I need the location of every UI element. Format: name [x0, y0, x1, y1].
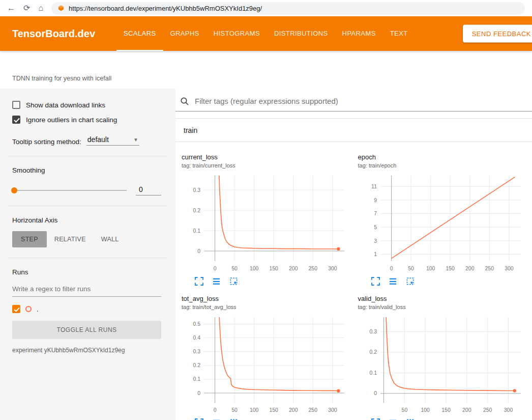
smoothing-slider[interactable]	[12, 190, 127, 191]
svg-text:100: 100	[426, 265, 435, 271]
app-header: TensorBoard.dev SCALARS GRAPHS HISTOGRAM…	[0, 16, 532, 51]
tab-hparams[interactable]: HPARAMS	[335, 16, 383, 51]
tooltip-sorting-label: Tooltip sorting method:	[12, 138, 81, 146]
svg-text:0.3: 0.3	[369, 328, 377, 334]
url-text: https://tensorboard.dev/experiment/yKUbh…	[69, 5, 262, 12]
line-chart-tot-avg-loss[interactable]: 00.10.20.30.40.5050100150200250300	[182, 314, 349, 416]
tab-text[interactable]: TEXT	[383, 16, 415, 51]
toggle-all-runs-button[interactable]: TOGGLE ALL RUNS	[12, 321, 161, 339]
fit-domain-icon[interactable]	[406, 277, 415, 286]
tab-scalars[interactable]: SCALARS	[116, 16, 163, 51]
smoothing-value-field[interactable]: 0	[136, 185, 161, 195]
svg-text:0.3: 0.3	[193, 187, 200, 193]
expand-icon[interactable]	[371, 277, 380, 286]
sidebar-divider	[8, 206, 167, 206]
svg-text:5: 5	[374, 224, 377, 230]
svg-text:200: 200	[289, 265, 298, 271]
svg-text:50: 50	[231, 265, 238, 271]
svg-text:0: 0	[390, 265, 393, 271]
svg-text:200: 200	[462, 407, 471, 413]
log-scale-icon[interactable]	[389, 277, 397, 286]
charts-grid: current_loss tag: train/current_loss 00.…	[175, 142, 532, 420]
tag-group-header[interactable]: train	[175, 119, 532, 142]
search-icon	[180, 97, 189, 106]
svg-text:200: 200	[465, 265, 475, 271]
svg-text:11: 11	[371, 183, 377, 189]
send-feedback-button[interactable]: SEND FEEDBACK	[463, 25, 532, 43]
svg-text:200: 200	[289, 407, 298, 413]
line-chart-valid-loss[interactable]: 00.10.20.350100150200250300	[358, 314, 526, 416]
check-icon	[14, 307, 20, 312]
axis-step-button[interactable]: STEP	[12, 231, 47, 247]
reload-icon[interactable]: ⟳	[23, 4, 30, 12]
app-logo: TensorBoard.dev	[12, 28, 95, 40]
sidebar-divider	[8, 156, 167, 156]
home-icon[interactable]: ⌂	[38, 4, 43, 12]
back-icon[interactable]: ←	[7, 4, 15, 12]
svg-text:0: 0	[374, 390, 377, 396]
tooltip-sorting-select[interactable]: default ▼	[86, 135, 139, 146]
chart-toolbar	[371, 277, 526, 286]
chart-title: valid_loss	[358, 295, 526, 302]
chart-card-tot-avg-loss: tot_avg_loss tag: train/tot_avg_loss 00.…	[182, 287, 350, 420]
show-download-links-checkbox[interactable]	[12, 101, 20, 109]
run-checkbox[interactable]	[12, 305, 20, 313]
address-bar[interactable]: https://tensorboard.dev/experiment/yKUbh…	[51, 2, 525, 15]
svg-text:0.2: 0.2	[193, 362, 200, 368]
tab-histograms[interactable]: HISTOGRAMS	[206, 16, 267, 51]
expand-icon[interactable]	[195, 277, 203, 286]
svg-text:150: 150	[269, 407, 278, 413]
chart-card-epoch: epoch tag: train/epoch 13579110501001502…	[358, 145, 526, 287]
svg-text:0: 0	[214, 407, 217, 413]
log-scale-icon[interactable]	[212, 277, 221, 286]
smoothing-slider-thumb[interactable]	[11, 187, 17, 193]
chart-tag: tag: train/epoch	[358, 162, 526, 169]
chevron-down-icon: ▼	[133, 137, 138, 143]
svg-text:0: 0	[197, 390, 200, 396]
svg-text:50: 50	[401, 407, 407, 413]
ignore-outliers-checkbox[interactable]	[12, 116, 20, 124]
chart-title: tot_avg_loss	[182, 295, 350, 302]
svg-text:100: 100	[250, 407, 259, 413]
chart-card-valid-loss: valid_loss tag: train/valid_loss 00.10.2…	[358, 287, 526, 420]
tag-filter-input[interactable]	[194, 96, 532, 106]
run-row: .	[12, 305, 161, 313]
chart-tag: tag: train/current_loss	[182, 162, 350, 169]
tab-graphs[interactable]: GRAPHS	[163, 16, 206, 51]
svg-text:100: 100	[250, 265, 259, 271]
line-chart-epoch[interactable]: 1357911050100150200250300	[358, 173, 526, 274]
chart-toolbar	[195, 277, 350, 286]
svg-text:0.2: 0.2	[193, 207, 200, 213]
svg-text:0: 0	[197, 248, 200, 254]
svg-text:300: 300	[505, 265, 514, 271]
tensorboard-favicon	[57, 5, 65, 12]
svg-text:250: 250	[483, 407, 492, 413]
show-download-links-label: Show data download links	[26, 101, 105, 109]
chart-title: current_loss	[182, 153, 350, 161]
svg-text:0.2: 0.2	[369, 349, 377, 355]
chart-card-current-loss: current_loss tag: train/current_loss 00.…	[182, 145, 350, 287]
svg-text:0.1: 0.1	[193, 228, 200, 234]
fit-domain-icon[interactable]	[229, 277, 238, 286]
axis-wall-button[interactable]: WALL	[94, 231, 127, 247]
line-chart-current-loss[interactable]: 00.10.20.3050100150200250300	[182, 173, 349, 274]
svg-text:150: 150	[269, 265, 278, 271]
scalars-dashboard: train current_loss tag: train/current_lo…	[175, 89, 532, 420]
horizontal-axis-label: Horizontal Axis	[12, 216, 161, 224]
browser-toolbar: ← ⟳ ⌂ https://tensorboard.dev/experiment…	[0, 0, 532, 16]
runs-filter-input[interactable]	[12, 281, 161, 297]
svg-text:3: 3	[374, 238, 377, 244]
experiment-id-label: experiment yKUbhb5wRmOSXYkId1z9eg	[12, 347, 161, 354]
svg-text:100: 100	[421, 407, 430, 413]
run-color-swatch-icon	[25, 306, 32, 312]
runs-label: Runs	[12, 268, 161, 276]
svg-text:0.3: 0.3	[193, 348, 200, 354]
svg-text:0.4: 0.4	[193, 334, 200, 341]
axis-relative-button[interactable]: RELATIVE	[47, 231, 94, 247]
tooltip-sorting-value: default	[87, 135, 109, 144]
tab-distributions[interactable]: DISTRIBUTIONS	[267, 16, 335, 51]
ignore-outliers-label: Ignore outliers in chart scaling	[26, 116, 117, 124]
svg-text:150: 150	[446, 265, 455, 271]
svg-text:0: 0	[214, 265, 217, 271]
tag-group-train: train current_loss tag: train/current_lo…	[175, 118, 532, 420]
